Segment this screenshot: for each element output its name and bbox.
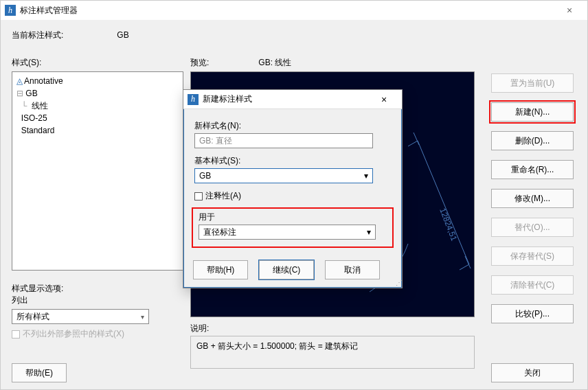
styles-label: 样式(S): (12, 57, 183, 69)
preview-style-name: GB: 线性 (258, 58, 291, 67)
cancel-button[interactable]: 取消 (325, 260, 380, 279)
used-for-group: 用于 直径标注 ▾ (192, 207, 394, 248)
left-column: 样式(S): ◬Annotative ⊟ GB └ 线性 ISO-25 Stan… (12, 57, 183, 340)
svg-line-0 (418, 141, 469, 264)
base-style-select[interactable]: GB ▾ (194, 168, 373, 183)
dimstyle-manager-window: h 标注样式管理器 × 当前标注样式: GB 样式(S): ◬Annotativ… (0, 0, 588, 390)
chevron-down-icon: ▾ (367, 227, 371, 237)
override-button[interactable]: 替代(O)... (491, 218, 574, 237)
new-button[interactable]: 新建(N)... (491, 102, 574, 122)
svg-line-1 (408, 141, 418, 146)
display-options-sublabel: 列出 (12, 295, 183, 306)
app-icon: h (5, 5, 16, 16)
style-item-gb[interactable]: ⊟ GB (16, 87, 179, 100)
style-item-standard[interactable]: Standard (16, 124, 179, 137)
checkbox-icon (12, 330, 20, 339)
current-style-label: 当前标注样式: (12, 30, 115, 41)
preview-dimension-text: 12824,51 (438, 207, 459, 242)
description-box: GB + 箭头大小 = 1.500000; 箭头 = 建筑标记 (190, 336, 475, 369)
annotative-icon: ◬ (16, 76, 23, 86)
display-options: 样式显示选项: 列出 所有样式 ▾ 不列出外部参照中的样式(X) (12, 283, 183, 340)
description-label: 说明: (190, 323, 475, 334)
save-override-button[interactable]: 保存替代(S) (491, 246, 574, 266)
styles-list[interactable]: ◬Annotative ⊟ GB └ 线性 ISO-25 Standard (12, 71, 183, 271)
annotative-checkbox[interactable]: 注释性(A) (194, 190, 391, 202)
description-text: GB + 箭头大小 = 1.500000; 箭头 = 建筑标记 (196, 341, 358, 351)
close-button[interactable]: 关闭 (491, 363, 574, 382)
current-style-value: GB (117, 30, 128, 40)
help-button[interactable]: 帮助(E) (12, 363, 67, 382)
svg-line-2 (460, 264, 469, 270)
checkbox-icon (194, 192, 203, 200)
close-icon[interactable]: × (556, 5, 583, 16)
tree-branch-icon: ⊟ (16, 89, 25, 98)
style-item-iso25[interactable]: ISO-25 (16, 112, 179, 124)
new-dimstyle-dialog: h 新建标注样式 × 新样式名(N): GB: 直径 基本样式(S): GB ▾… (183, 89, 403, 288)
display-options-label: 样式显示选项: (12, 283, 183, 295)
preview-label-row: 预览: GB: 线性 (190, 57, 475, 69)
base-style-value: GB (199, 171, 211, 181)
compare-button[interactable]: 比较(P)... (491, 304, 574, 323)
dialog-button-row: 帮助(H) 继续(C) 取消 (183, 255, 402, 288)
new-name-label: 新样式名(N): (194, 120, 391, 132)
close-icon[interactable]: × (370, 94, 398, 105)
rename-button[interactable]: 重命名(R)... (491, 160, 574, 179)
tree-leaf-icon: └ (16, 101, 32, 111)
app-icon: h (188, 94, 199, 105)
list-filter-value: 所有样式 (16, 311, 49, 323)
resize-grip-icon[interactable]: ⋰ (396, 279, 400, 286)
chevron-down-icon: ▾ (364, 171, 368, 181)
used-for-label: 用于 (199, 211, 387, 223)
dialog-help-button[interactable]: 帮助(H) (193, 260, 248, 279)
titlebar: h 标注样式管理器 × (1, 1, 587, 20)
annotative-label: 注释性(A) (205, 190, 241, 202)
delete-button[interactable]: 删除(D)... (491, 131, 574, 150)
used-for-value: 直径标注 (203, 227, 236, 238)
window-title: 标注样式管理器 (20, 5, 556, 16)
preview-label: 预览: (190, 57, 256, 69)
dialog-title: 新建标注样式 (203, 93, 370, 105)
continue-button[interactable]: 继续(C) (259, 260, 314, 279)
used-for-select[interactable]: 直径标注 ▾ (199, 225, 376, 240)
dialog-body: 新样式名(N): GB: 直径 基本样式(S): GB ▾ 注释性(A) 用于 … (183, 109, 402, 255)
right-button-column: 置为当前(U) 新建(N)... 删除(D)... 重命名(R)... 修改(M… (491, 73, 574, 323)
base-style-label: 基本样式(S): (194, 155, 391, 167)
style-item-linear[interactable]: └ 线性 (16, 100, 179, 112)
hide-xref-label: 不列出外部参照中的样式(X) (23, 328, 124, 340)
set-current-button[interactable]: 置为当前(U) (491, 73, 574, 93)
dialog-titlebar: h 新建标注样式 × (183, 90, 402, 109)
list-filter-select[interactable]: 所有样式 ▾ (12, 309, 149, 324)
style-item-annotative[interactable]: ◬Annotative (16, 75, 179, 87)
current-style-row: 当前标注样式: GB (12, 30, 576, 41)
modify-button[interactable]: 修改(M)... (491, 189, 574, 208)
chevron-down-icon: ▾ (141, 313, 144, 321)
clear-override-button[interactable]: 清除替代(C) (491, 275, 574, 295)
hide-xref-checkbox[interactable]: 不列出外部参照中的样式(X) (12, 328, 183, 340)
new-name-input[interactable]: GB: 直径 (194, 133, 373, 148)
